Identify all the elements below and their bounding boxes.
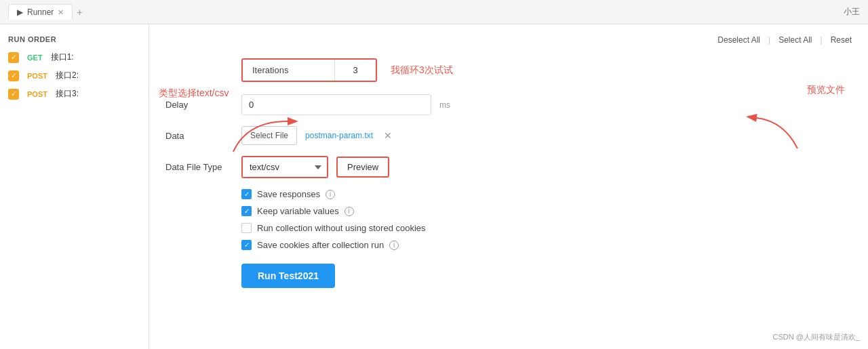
tab-label: Runner bbox=[27, 7, 54, 17]
save-responses-info-icon[interactable]: i bbox=[326, 190, 335, 199]
file-name-label: postman-param.txt bbox=[305, 131, 373, 140]
iterations-input[interactable] bbox=[335, 60, 376, 81]
run-test-button[interactable]: Run Test2021 bbox=[241, 264, 335, 288]
main-layout: RUN ORDER GET 接口1: POST 接口2: POST 接口3: D… bbox=[0, 24, 868, 349]
iterations-box: Iterations bbox=[241, 58, 377, 82]
request-name-3: 接口3: bbox=[56, 88, 79, 100]
tab-close-icon[interactable]: ✕ bbox=[58, 8, 64, 17]
method-get-badge: GET bbox=[24, 53, 45, 62]
save-responses-label: Save responses bbox=[257, 189, 320, 199]
data-row: Data Select File postman-param.txt ✕ bbox=[165, 126, 852, 145]
select-file-button[interactable]: Select File bbox=[241, 126, 297, 145]
save-cookies-checkbox[interactable] bbox=[241, 240, 252, 250]
run-without-cookies-label: Run collection without using stored cook… bbox=[257, 223, 426, 233]
right-panel-inner: Deselect All | Select All | Reset Iterat… bbox=[165, 35, 852, 288]
run-without-cookies-checkbox[interactable] bbox=[241, 223, 252, 233]
select-all-link[interactable]: Select All bbox=[778, 35, 812, 45]
checkbox-item1[interactable] bbox=[8, 52, 19, 63]
deselect-all-link[interactable]: Deselect All bbox=[717, 35, 760, 45]
run-without-cookies-row: Run collection without using stored cook… bbox=[241, 223, 852, 233]
checkbox-item2[interactable] bbox=[8, 70, 19, 81]
runner-tab[interactable]: ▶ Runner ✕ bbox=[8, 4, 73, 20]
save-cookies-info-icon[interactable]: i bbox=[389, 241, 399, 250]
save-cookies-label: Save cookies after collection run bbox=[257, 240, 384, 250]
run-button-row: Run Test2021 bbox=[241, 264, 852, 288]
top-bar: ▶ Runner ✕ + 小王 bbox=[0, 0, 868, 24]
sidebar: RUN ORDER GET 接口1: POST 接口2: POST 接口3: bbox=[0, 24, 149, 349]
new-tab-button[interactable]: + bbox=[77, 7, 82, 18]
csdn-watermark: CSDN @人间有味是清欢_ bbox=[772, 332, 860, 342]
preview-button[interactable]: Preview bbox=[336, 157, 389, 178]
run-order-title: RUN ORDER bbox=[8, 35, 140, 43]
delay-input[interactable] bbox=[241, 94, 431, 115]
delay-label: Delay bbox=[165, 100, 233, 110]
checkbox-item3[interactable] bbox=[8, 89, 19, 100]
list-item: POST 接口2: bbox=[8, 70, 140, 81]
keep-variable-row: Keep variable values i bbox=[241, 206, 852, 216]
request-name-2: 接口2: bbox=[56, 70, 79, 81]
data-file-type-label: Data File Type bbox=[165, 162, 233, 172]
actions-row: Deselect All | Select All | Reset bbox=[165, 35, 852, 45]
file-type-select-wrapper: text/csvapplication/jsontext/plain bbox=[241, 156, 328, 178]
request-name-1: 接口1: bbox=[51, 52, 74, 63]
save-responses-checkbox[interactable] bbox=[241, 189, 252, 199]
keep-variable-info-icon[interactable]: i bbox=[344, 207, 354, 216]
ms-label: ms bbox=[439, 100, 450, 110]
iterations-label: Iterations bbox=[243, 60, 335, 81]
list-item: GET 接口1: bbox=[8, 52, 140, 63]
keep-variable-label: Keep variable values bbox=[257, 206, 339, 216]
data-file-type-row: Data File Type text/csvapplication/jsont… bbox=[165, 156, 852, 178]
method-post-badge-2: POST bbox=[24, 89, 50, 99]
delay-row: Delay ms bbox=[165, 94, 852, 115]
divider2: | bbox=[821, 35, 823, 45]
save-responses-row: Save responses i bbox=[241, 189, 852, 199]
user-label: 小王 bbox=[844, 6, 860, 18]
reset-link[interactable]: Reset bbox=[831, 35, 852, 45]
data-label: Data bbox=[165, 131, 233, 141]
remove-file-icon[interactable]: ✕ bbox=[384, 130, 392, 141]
runner-icon: ▶ bbox=[17, 7, 23, 17]
iterations-row: Iterations 我循环3次试试 bbox=[165, 58, 852, 82]
keep-variable-checkbox[interactable] bbox=[241, 206, 252, 216]
file-type-select[interactable]: text/csvapplication/jsontext/plain bbox=[243, 157, 327, 177]
method-post-badge-1: POST bbox=[24, 71, 50, 81]
divider1: | bbox=[768, 35, 770, 45]
right-panel: Deselect All | Select All | Reset Iterat… bbox=[149, 24, 868, 349]
iterations-annotation: 我循环3次试试 bbox=[391, 64, 453, 77]
list-item: POST 接口3: bbox=[8, 88, 140, 100]
save-cookies-row: Save cookies after collection run i bbox=[241, 240, 852, 250]
